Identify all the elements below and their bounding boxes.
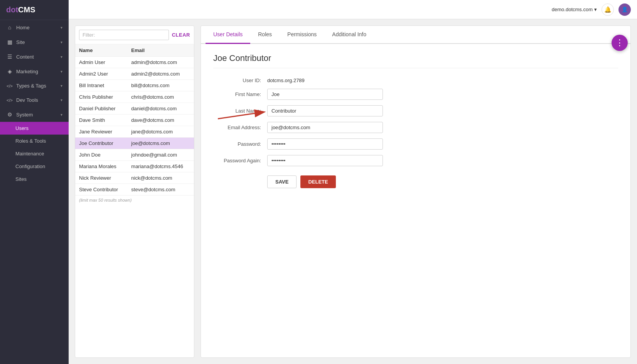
clear-button[interactable]: CLEAR <box>172 32 190 38</box>
tab-roles[interactable]: Roles <box>250 26 280 44</box>
password-label: Password: <box>213 141 267 147</box>
sidebar-item-home[interactable]: ⌂ Home ▾ <box>0 20 69 35</box>
domain-arrow-icon: ▾ <box>594 7 597 12</box>
limit-note: (limit max 50 results shown) <box>75 195 194 205</box>
sidebar-item-label: Types & Tags <box>16 83 46 89</box>
user-email-cell: jane@dotcms.com <box>127 126 194 138</box>
home-icon: ⌂ <box>6 24 13 30</box>
password-again-row: Password Again: <box>213 155 618 166</box>
user-name-cell: Admin2 User <box>75 68 127 80</box>
site-icon: ▦ <box>6 39 13 45</box>
content-icon: ☰ <box>6 54 13 60</box>
sidebar-item-label: Dev Tools <box>16 97 38 103</box>
table-row[interactable]: Joe Contributorjoe@dotcms.com <box>75 138 194 149</box>
user-id-label: User ID: <box>213 78 267 83</box>
sidebar-item-label: System <box>16 112 33 118</box>
password-input[interactable] <box>267 138 383 150</box>
table-row[interactable]: Dave Smithdave@dotcms.com <box>75 115 194 126</box>
table-row[interactable]: Admin2 Useradmin2@dotcms.com <box>75 68 194 80</box>
user-email-cell: admin2@dotcms.com <box>127 68 194 80</box>
email-label: Email Address: <box>213 125 267 130</box>
action-buttons: SAVE DELETE <box>267 175 618 188</box>
save-button[interactable]: SAVE <box>267 175 297 188</box>
notifications-button[interactable]: 🔔 <box>602 3 614 16</box>
table-row[interactable]: Admin Useradmin@dotcms.com <box>75 57 194 68</box>
user-email-cell: admin@dotcms.com <box>127 57 194 68</box>
user-email-cell: nick@dotcms.com <box>127 172 194 184</box>
sidebar-item-label: Site <box>16 39 25 45</box>
domain-text: demo.dotcms.com <box>552 7 593 12</box>
sidebar-item-marketing[interactable]: ◈ Marketing ▾ <box>0 64 69 79</box>
types-tags-icon: </> <box>6 84 13 88</box>
table-row[interactable]: Jane Reviewerjane@dotcms.com <box>75 126 194 138</box>
user-list-panel: CLEAR Name Email Admin Useradmin@dotcms.… <box>75 25 194 358</box>
first-name-row: First Name: <box>213 89 618 100</box>
user-name-cell: Mariana Morales <box>75 161 127 172</box>
tab-additional-info[interactable]: Additional Info <box>324 26 374 44</box>
sidebar-item-dev-tools[interactable]: </> Dev Tools ▾ <box>0 93 69 107</box>
filter-input[interactable] <box>79 30 169 40</box>
table-row[interactable]: Nick Reviewernick@dotcms.com <box>75 172 194 184</box>
detail-content: Joe Contributor User ID: dotcms.org.2789… <box>201 44 630 357</box>
chevron-icon: ▾ <box>61 113 62 117</box>
sidebar-item-label: Content <box>16 54 34 60</box>
user-name-cell: Joe Contributor <box>75 138 127 149</box>
table-row[interactable]: John Doejohndoe@gmail.com <box>75 149 194 161</box>
first-name-label: First Name: <box>213 91 267 97</box>
sidebar-item-system[interactable]: ⚙ System ▾ <box>0 107 69 122</box>
user-name-cell: Jane Reviewer <box>75 126 127 138</box>
last-name-input[interactable] <box>267 105 383 116</box>
fab-button[interactable]: ⋮ <box>612 35 628 51</box>
user-name-cell: John Doe <box>75 149 127 161</box>
avatar-icon: 👤 <box>622 7 628 12</box>
sidebar-item-content[interactable]: ☰ Content ▾ <box>0 49 69 64</box>
chevron-icon: ▾ <box>61 84 62 88</box>
sidebar-item-maintenance[interactable]: Maintenance <box>0 147 69 160</box>
user-email-cell: joe@dotcms.com <box>127 138 194 149</box>
user-email-cell: mariana@dotcms.4546 <box>127 161 194 172</box>
table-row[interactable]: Chris Publisherchris@dotcms.com <box>75 91 194 103</box>
table-row[interactable]: Mariana Moralesmariana@dotcms.4546 <box>75 161 194 172</box>
sidebar-item-label: Marketing <box>16 69 38 74</box>
user-email-cell: bill@dotcms.com <box>127 80 194 91</box>
table-row[interactable]: Daniel Publisherdaniel@dotcms.com <box>75 103 194 115</box>
main-area: demo.dotcms.com ▾ 🔔 👤 CLEAR Name Email <box>69 0 637 364</box>
user-name-cell: Admin User <box>75 57 127 68</box>
chevron-icon: ▾ <box>61 25 62 30</box>
sidebar-item-configuration[interactable]: Configuration <box>0 160 69 173</box>
user-name-cell: Bill Intranet <box>75 80 127 91</box>
tab-user-details[interactable]: User Details <box>206 26 250 44</box>
table-row[interactable]: Steve Contributorsteve@dotcms.com <box>75 184 194 195</box>
user-id-row: User ID: dotcms.org.2789 <box>213 78 618 83</box>
col-email: Email <box>127 44 194 57</box>
chevron-icon: ▾ <box>61 40 62 44</box>
user-name-cell: Daniel Publisher <box>75 103 127 115</box>
logo-icon: dotCMS <box>6 5 35 14</box>
first-name-input[interactable] <box>267 89 383 100</box>
sidebar-sub-label: Users <box>15 125 29 131</box>
chevron-icon: ▾ <box>61 55 62 59</box>
user-detail-panel: User Details Roles Permissions Additiona… <box>201 25 631 358</box>
password-again-input[interactable] <box>267 155 383 166</box>
sidebar: dotCMS ⌂ Home ▾ ▦ Site ▾ ☰ Content ▾ ◈ M… <box>0 0 69 364</box>
tabs: User Details Roles Permissions Additiona… <box>201 26 630 44</box>
sidebar-item-sites[interactable]: Sites <box>0 173 69 185</box>
sidebar-item-roles-tools[interactable]: Roles & Tools <box>0 135 69 147</box>
domain-selector[interactable]: demo.dotcms.com ▾ <box>552 7 597 12</box>
user-email-cell: johndoe@gmail.com <box>127 149 194 161</box>
tab-permissions[interactable]: Permissions <box>280 26 324 44</box>
user-email-cell: daniel@dotcms.com <box>127 103 194 115</box>
user-avatar[interactable]: 👤 <box>618 3 631 16</box>
bell-icon: 🔔 <box>604 6 612 13</box>
last-name-label: Last Name: <box>213 108 267 114</box>
sidebar-item-site[interactable]: ▦ Site ▾ <box>0 35 69 49</box>
col-name: Name <box>75 44 127 57</box>
user-email-cell: chris@dotcms.com <box>127 91 194 103</box>
sidebar-item-users[interactable]: Users <box>0 122 69 135</box>
user-name-cell: Dave Smith <box>75 115 127 126</box>
sidebar-item-types-tags[interactable]: </> Types & Tags ▾ <box>0 79 69 93</box>
email-input[interactable] <box>267 122 383 133</box>
table-row[interactable]: Bill Intranetbill@dotcms.com <box>75 80 194 91</box>
sidebar-sub-label: Maintenance <box>15 151 44 157</box>
delete-button[interactable]: DELETE <box>300 175 335 188</box>
